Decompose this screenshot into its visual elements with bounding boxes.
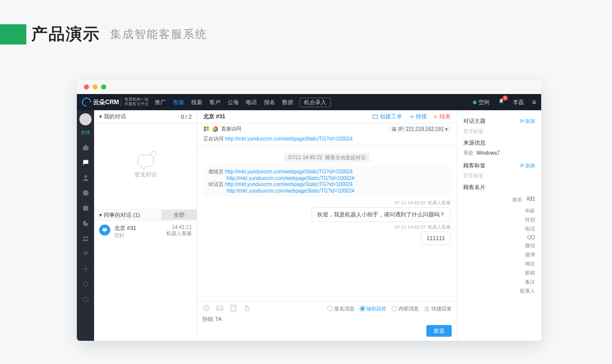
nav-items: 推广 客服 线索 客户 公海 电话 报名 数据 [155,99,293,106]
thumb-icon[interactable] [243,304,251,313]
accent-block [0,24,26,44]
ticket-button[interactable]: 创建工单 [372,113,402,120]
f-qq: QQ [463,235,535,240]
svg-point-17 [203,305,209,311]
colleague-all[interactable]: 全部 [161,210,197,220]
chat-panel: 北京 #31 创建工单 转接 结束 直接访问 🖥 IP: 221.219.162… [197,110,457,341]
nav-customers[interactable]: 客户 [209,99,221,106]
close-dot[interactable] [84,84,89,89]
ip-pill: 🖥 IP: 221.219.162.191 ▾ [388,126,451,132]
tags-add[interactable]: ⟳ 添加 [520,162,535,169]
topic-empty: 暂无标签 [463,128,535,135]
attach-icon[interactable] [230,304,237,313]
chat-icon[interactable] [81,158,90,166]
transfer-button[interactable]: 转接 [408,113,427,120]
colleague-item[interactable]: 北京 #31 您好 14:41:11 机器人客服 [94,220,197,244]
landing-link-1[interactable]: http://mkt.yunduocrm.com/webpageStatic/T… [225,169,353,174]
source-title: 来源信息 [463,139,486,147]
nav-phone[interactable]: 电话 [246,99,257,106]
calendar-icon[interactable] [81,204,90,212]
logo-icon [80,96,93,108]
src-system: 系统Windows7 [463,150,535,157]
svg-point-19 [207,307,207,308]
image-icon[interactable] [216,304,224,313]
quick-reply[interactable]: 快捷回复 [424,305,452,312]
person-icon[interactable] [81,173,90,181]
nav-leads[interactable]: 线索 [191,99,202,106]
svg-rect-10 [103,229,107,232]
team-icon[interactable] [81,234,90,242]
f-age: 年龄 [463,207,535,214]
f-addr: 地址 [463,260,535,267]
empty-text: 暂无对话 [135,171,157,178]
opt-signed[interactable]: 签名消息 [327,305,355,312]
bell-icon[interactable]: 5 [498,98,505,106]
visiting-url: 正在访问 http://mkt.yunduocrm.com/webpageSta… [197,134,457,146]
f-wechat: 微信 [463,242,535,249]
tags-empty: 暂无标签 [463,172,535,179]
nav-service[interactable]: 客服 [173,99,184,106]
menu-icon[interactable]: ≡ [532,98,536,106]
chat-scroll[interactable]: 07/11 14:40:22 顾客主动发起对话 着陆页 http://mkt.y… [197,146,457,301]
avatar[interactable] [79,113,92,125]
emoji-icon[interactable] [202,304,210,313]
opt-assist[interactable]: 辅助回答 [360,305,386,312]
topic-add[interactable]: ⟳ 添加 [520,118,535,125]
visiting-link[interactable]: http://mkt.yunduocrm.com/webpageStatic/T… [225,136,353,142]
svg-point-8 [84,267,86,269]
slide-title: 产品演示 [31,23,100,46]
app-window: 云朵CRM 教育机构一站式服务云平台 推广 客服 线索 客户 公海 电话 报名 … [77,80,541,341]
power-icon[interactable] [81,295,90,303]
svg-point-2 [86,161,86,162]
nav-signup[interactable]: 报名 [264,99,275,106]
colleague-header[interactable]: ▾ 同事的对话 (1) 全部 [94,209,197,220]
record-button[interactable]: 机会录入 [299,98,331,107]
windows-icon [203,126,209,132]
dialog-link-2[interactable]: http://mkt.yunduocrm.com/webpageStatic/T… [227,188,355,194]
landing-link-2[interactable]: http://mkt.yunduocrm.com/webpageStatic/T… [227,175,355,181]
my-conv-header[interactable]: ▾ 我的对话 0 / 2 [94,110,197,123]
svg-rect-12 [373,115,378,118]
home-icon[interactable] [81,143,90,151]
visit-info: 直接访问 🖥 IP: 221.219.162.191 ▾ [197,123,457,134]
wifi-icon[interactable] [81,249,90,257]
top-nav: 云朵CRM 教育机构一站式服务云平台 推广 客服 线索 客户 公海 电话 报名 … [77,94,541,110]
end-button[interactable]: 结束 [433,113,451,120]
nav-pool[interactable]: 公海 [228,99,239,106]
svg-rect-15 [204,129,206,131]
empty-state: 暂无对话 [94,123,197,209]
message-input[interactable] [202,316,452,322]
f-weibo: 微博 [463,251,535,258]
svg-rect-22 [425,307,427,311]
svg-rect-5 [83,206,88,210]
user-name[interactable]: 李磊 [513,99,524,106]
notif-badge: 5 [502,96,507,101]
landing-block: 着陆页 http://mkt.yunduocrm.com/webpageStat… [203,165,451,197]
system-chip: 07/11 14:40:22 顾客主动发起对话 [284,153,369,162]
msg-1: 07-11 14:40:22 机器人客服 欢迎，我是机器人小助手，请问遇到了什么… [203,200,451,222]
tags-title: 顾客标签 [463,162,486,169]
opt-internal[interactable]: 内部消息 [391,305,419,312]
svg-point-1 [85,161,85,162]
zoom-dot[interactable] [101,84,106,89]
chat-title: 北京 #31 [203,113,225,120]
check-icon[interactable] [81,189,90,197]
svg-rect-11 [104,232,106,232]
nav-data[interactable]: 数据 [282,99,293,106]
status-indicator[interactable]: 空闲 [473,99,490,106]
conversations-panel: ▾ 我的对话 0 / 2 暂无对话 ▾ 同事的对话 (1) 全部 北京 #31 … [94,110,197,341]
gear-icon[interactable] [81,264,90,272]
dialog-link-1[interactable]: http://mkt.yunduocrm.com/webpageStatic/T… [225,181,353,187]
svg-point-0 [84,161,85,162]
svg-rect-20 [217,306,223,310]
svg-rect-16 [207,129,209,131]
minimize-dot[interactable] [93,84,98,89]
send-button[interactable]: 发送 [426,325,452,337]
svg-point-4 [82,190,88,195]
settings-icon[interactable] [81,280,90,288]
pie-icon[interactable] [81,219,90,227]
logo[interactable]: 云朵CRM 教育机构一站式服务云平台 [82,98,149,107]
svg-rect-13 [204,127,206,129]
nav-promo[interactable]: 推广 [155,99,166,106]
f-sex: 性别 [463,216,535,223]
